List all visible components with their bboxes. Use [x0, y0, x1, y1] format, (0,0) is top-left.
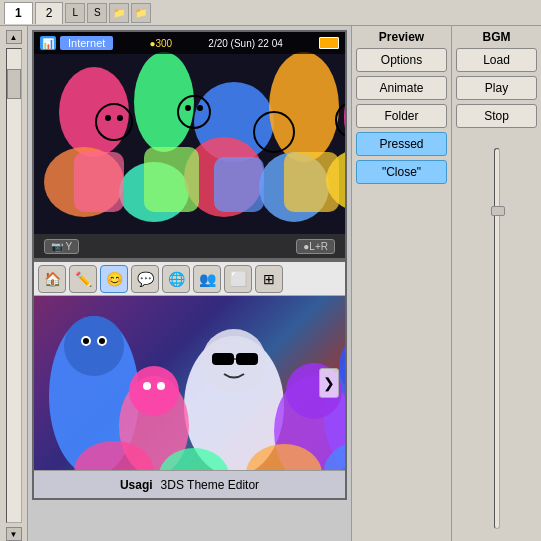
options-button[interactable]: Options — [356, 48, 447, 72]
main-area: ▲ ▼ — [0, 26, 541, 541]
bgm-top: BGM Load Play Stop — [452, 26, 541, 136]
ds-top-screen: 📊 Internet ●300 2/20 (Sun) 22 04 📷 Y ●L+… — [32, 30, 347, 260]
status-chart-icon: 📊 — [40, 36, 56, 50]
svg-rect-25 — [74, 152, 124, 212]
tab-icon-l[interactable]: L — [65, 3, 85, 23]
bgm-load-button[interactable]: Load — [456, 48, 537, 72]
svg-point-23 — [185, 105, 191, 111]
status-coins: ●300 — [149, 38, 172, 49]
svg-point-5 — [269, 52, 339, 162]
ds-bottom-screen: 🏠 ✏️ 😊 💬 🌐 👥 ⬜ ⊞ — [32, 260, 347, 500]
pressed-button[interactable]: Pressed — [356, 132, 447, 156]
bottom-screen-content: ❯ — [34, 296, 345, 470]
svg-point-38 — [99, 338, 105, 344]
svg-point-37 — [83, 338, 89, 344]
svg-point-34 — [64, 316, 124, 376]
status-datetime: 2/20 (Sun) 22 04 — [208, 38, 283, 49]
bottom-wallpaper-art — [34, 296, 345, 470]
volume-thumb[interactable] — [491, 206, 505, 216]
scroll-up-arrow[interactable]: ▲ — [6, 30, 22, 44]
tab-2[interactable]: 2 — [35, 2, 64, 24]
svg-rect-41 — [212, 353, 234, 365]
folder-button[interactable]: Folder — [356, 104, 447, 128]
status-title: Internet — [60, 36, 113, 50]
svg-point-45 — [129, 366, 179, 416]
bottom-toolbar: 🏠 ✏️ 😊 💬 🌐 👥 ⬜ ⊞ — [34, 262, 345, 296]
tab-1-label: 1 — [15, 6, 22, 20]
svg-rect-42 — [236, 353, 258, 365]
bgm-stop-button[interactable]: Stop — [456, 104, 537, 128]
bottom-title-name: Usagi — [120, 478, 153, 492]
svg-point-24 — [197, 105, 203, 111]
preview-panel: Preview Options Animate Folder Pressed "… — [351, 26, 451, 541]
bgm-panel: BGM Load Play Stop — [451, 26, 541, 541]
animate-button[interactable]: Animate — [356, 76, 447, 100]
volume-slider-container[interactable] — [456, 140, 537, 537]
ds-status-bar: 📊 Internet ●300 2/20 (Sun) 22 04 — [34, 32, 345, 54]
toolbar-chat-btn[interactable]: 💬 — [131, 265, 159, 293]
svg-rect-28 — [284, 152, 339, 212]
svg-point-3 — [134, 52, 194, 152]
toolbar-home-btn[interactable]: 🏠 — [38, 265, 66, 293]
scrollbar-thumb[interactable] — [7, 69, 21, 99]
tab-icon-s[interactable]: S — [87, 3, 107, 23]
bottom-title-bar: Usagi 3DS Theme Editor — [34, 470, 345, 498]
svg-point-2 — [59, 67, 129, 157]
toolbar-edit-btn[interactable]: ✏️ — [69, 265, 97, 293]
svg-rect-26 — [144, 147, 199, 212]
bgm-play-button[interactable]: Play — [456, 76, 537, 100]
top-wallpaper — [34, 32, 345, 258]
toolbar-globe-btn[interactable]: 🌐 — [162, 265, 190, 293]
status-left: 📊 Internet — [40, 36, 113, 50]
toolbar-emoji-btn[interactable]: 😊 — [100, 265, 128, 293]
lr-button[interactable]: ●L+R — [296, 239, 335, 254]
svg-point-47 — [157, 382, 165, 390]
tab-icon-folder2[interactable]: 📁 — [131, 3, 151, 23]
volume-track[interactable] — [494, 148, 500, 529]
svg-point-46 — [143, 382, 151, 390]
nav-arrow-right[interactable]: ❯ — [319, 368, 339, 398]
bottom-title-app: 3DS Theme Editor — [161, 478, 260, 492]
tab-icon-folder1[interactable]: 📁 — [109, 3, 129, 23]
preview-label: Preview — [356, 30, 447, 44]
scrollbar-track[interactable] — [6, 48, 22, 523]
toolbar-square-btn[interactable]: ⬜ — [224, 265, 252, 293]
toolbar-users-btn[interactable]: 👥 — [193, 265, 221, 293]
bgm-label: BGM — [456, 30, 537, 44]
tab-1[interactable]: 1 — [4, 2, 33, 24]
status-battery — [319, 37, 339, 49]
svg-point-21 — [105, 115, 111, 121]
scroll-down-arrow[interactable]: ▼ — [6, 527, 22, 541]
close-button[interactable]: "Close" — [356, 160, 447, 184]
camera-y-button[interactable]: 📷 Y — [44, 239, 79, 254]
left-sidebar: ▲ ▼ — [0, 26, 28, 541]
svg-rect-27 — [214, 157, 264, 212]
tab-2-label: 2 — [46, 6, 53, 20]
tab-bar: 1 2 L S 📁 📁 — [0, 0, 541, 26]
bgm-bottom — [452, 136, 541, 541]
toolbar-grid-btn[interactable]: ⊞ — [255, 265, 283, 293]
ds-top-screen-bottom-bar: 📷 Y ●L+R — [34, 234, 345, 258]
center-content: 📊 Internet ●300 2/20 (Sun) 22 04 📷 Y ●L+… — [28, 26, 351, 541]
svg-point-22 — [117, 115, 123, 121]
